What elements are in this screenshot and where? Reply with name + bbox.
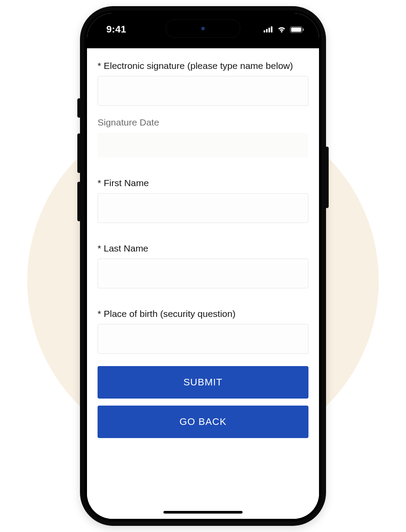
svg-rect-3 <box>271 26 273 32</box>
phone-frame: 9:41 <box>80 6 326 526</box>
svg-rect-0 <box>264 30 265 32</box>
last-name-input[interactable] <box>98 259 308 288</box>
first-name-label: * First Name <box>98 177 308 189</box>
go-back-button[interactable]: GO BACK <box>98 406 308 438</box>
dynamic-island <box>166 19 240 38</box>
signature-date-input[interactable] <box>98 133 308 158</box>
home-indicator[interactable] <box>163 511 243 514</box>
side-button-power <box>325 147 329 208</box>
cellular-signal-icon <box>264 26 273 32</box>
electronic-signature-label: * Electronic signature (please type name… <box>98 60 308 72</box>
first-name-input[interactable] <box>98 193 308 223</box>
wifi-icon <box>277 26 286 33</box>
side-button-volume-up <box>77 133 81 173</box>
place-of-birth-input[interactable] <box>98 324 308 354</box>
battery-icon <box>290 26 304 33</box>
electronic-signature-input[interactable] <box>98 76 308 106</box>
side-button-volume-down <box>77 182 81 221</box>
status-bar: 9:41 <box>87 13 319 48</box>
svg-rect-5 <box>291 27 301 32</box>
place-of-birth-label: * Place of birth (security question) <box>98 308 308 320</box>
svg-rect-1 <box>266 29 268 32</box>
phone-screen: 9:41 <box>87 13 319 519</box>
svg-rect-2 <box>268 28 270 32</box>
side-button-silent <box>77 98 81 118</box>
signature-date-label: Signature Date <box>98 116 308 128</box>
svg-rect-6 <box>303 28 304 31</box>
status-time: 9:41 <box>106 24 126 35</box>
last-name-label: * Last Name <box>98 242 308 254</box>
form-content: * Electronic signature (please type name… <box>87 48 319 519</box>
submit-button[interactable]: SUBMIT <box>98 366 308 399</box>
